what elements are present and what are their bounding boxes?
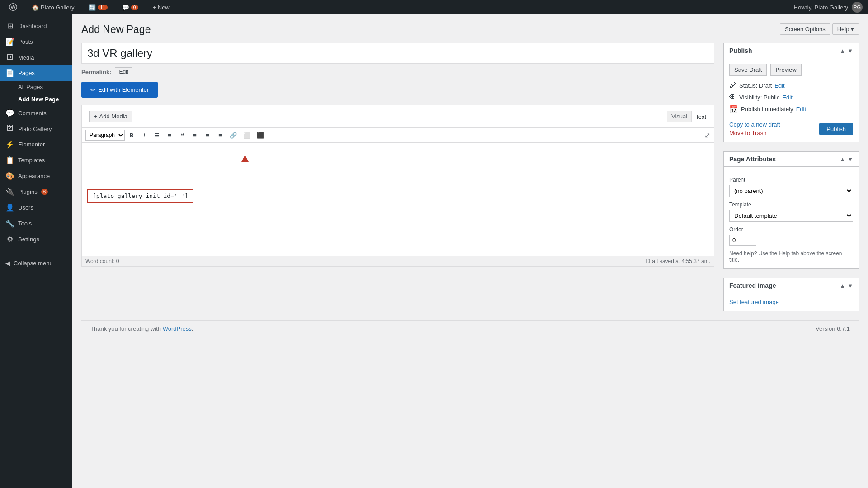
wordpress-link[interactable]: WordPress	[163, 325, 192, 332]
help-button[interactable]: Help ▾	[832, 23, 859, 35]
tools-icon: 🔧	[5, 219, 14, 228]
template-label: Template	[729, 202, 853, 208]
sidebar-item-pages[interactable]: 📄 Pages	[0, 65, 72, 81]
move-trash-link[interactable]: Move to Trash	[729, 130, 766, 136]
copy-draft-link[interactable]: Copy to a new draft	[729, 121, 780, 128]
sidebar-label-templates: Templates	[18, 157, 45, 164]
sidebar-item-elementor[interactable]: ⚡ Elementor	[0, 136, 72, 152]
featured-image-title: Featured image	[729, 282, 776, 289]
publish-button[interactable]: Publish	[819, 123, 853, 135]
bold-button[interactable]: B	[126, 130, 137, 141]
parent-label: Parent	[729, 177, 853, 183]
shortcode-block[interactable]: [plato_gallery_init id=' ']	[87, 189, 193, 203]
sidebar-label-appearance: Appearance	[18, 173, 50, 179]
set-featured-image-link[interactable]: Set featured image	[729, 299, 779, 305]
publish-time-edit-link[interactable]: Edit	[796, 106, 806, 113]
updates-icon: 🔄	[89, 4, 96, 11]
sidebar-subitem-all-pages[interactable]: All Pages	[0, 81, 72, 93]
updates-link[interactable]: 🔄 11	[85, 0, 111, 14]
page-attributes-toggle[interactable]: ▲ ▼	[840, 156, 853, 163]
ordered-list-button[interactable]: ≡	[164, 130, 175, 141]
sidebar-item-plato-gallery[interactable]: 🖼 Plato Gallery	[0, 121, 72, 136]
text-tab[interactable]: Text	[691, 111, 710, 122]
version-text: Version 6.7.1	[816, 325, 850, 332]
admin-sidebar: ⊞ Dashboard 📝 Posts 🖼 Media 📄 Pages All …	[0, 14, 72, 488]
sidebar-item-settings[interactable]: ⚙ Settings	[0, 231, 72, 247]
page-attributes-help: Need help? Use the Help tab above the sc…	[729, 250, 853, 263]
new-content-link[interactable]: + New	[149, 0, 173, 14]
expand-editor-button[interactable]: ⤢	[704, 131, 710, 140]
more-toolbar-button[interactable]: ⬛	[254, 130, 267, 141]
site-name-link[interactable]: 🏠 Plato Gallery	[28, 0, 78, 14]
status-edit-link[interactable]: Edit	[774, 82, 784, 89]
elementor-btn-label: Edit with Elementor	[98, 86, 149, 93]
admin-bar: ⓦ 🏠 Plato Gallery 🔄 11 💬 0 + New Howdy, …	[0, 0, 868, 14]
page-attributes-title: Page Attributes	[729, 155, 776, 163]
wp-logo-icon: ⓦ	[9, 2, 17, 13]
editor-view-tabs: Visual Text	[667, 111, 710, 122]
sidebar-item-dashboard[interactable]: ⊞ Dashboard	[0, 18, 72, 34]
insert-link-button[interactable]: 🔗	[227, 130, 240, 141]
insert-table-button[interactable]: ⬜	[241, 130, 253, 141]
users-icon: 👤	[5, 203, 14, 212]
sidebar-label-elementor: Elementor	[18, 141, 45, 148]
permalink-edit-button[interactable]: Edit	[115, 67, 132, 76]
order-label: Order	[729, 226, 853, 233]
page-title-input[interactable]	[81, 43, 714, 64]
publish-actions: Save Draft Preview	[729, 64, 853, 76]
status-icon: 🖊	[729, 81, 736, 89]
sidebar-item-comments[interactable]: 💬 Comments	[0, 105, 72, 121]
template-select[interactable]: Default template	[729, 210, 853, 222]
save-draft-button[interactable]: Save Draft	[729, 64, 767, 76]
collapse-menu-item[interactable]: ◀ Collapse menu	[0, 256, 72, 270]
chevron-up-icon: ▲	[840, 47, 845, 54]
add-media-icon: +	[94, 113, 98, 120]
sidebar-item-posts[interactable]: 📝 Posts	[0, 34, 72, 50]
visibility-edit-link[interactable]: Edit	[782, 94, 792, 101]
sidebar-label-users: Users	[18, 204, 33, 211]
annotation-arrow	[238, 153, 252, 202]
footer-text: Thank you for creating with WordPress.	[90, 325, 193, 332]
preview-button[interactable]: Preview	[770, 64, 801, 76]
unordered-list-button[interactable]: ☰	[151, 130, 163, 141]
sidebar-item-appearance[interactable]: 🎨 Appearance	[0, 168, 72, 184]
plugins-badge: 6	[41, 189, 48, 195]
sidebar-item-templates[interactable]: 📋 Templates	[0, 152, 72, 168]
add-media-label: Add Media	[99, 113, 127, 120]
featured-image-header[interactable]: Featured image ▲ ▼	[724, 278, 859, 293]
sidebar-label-plugins: Plugins	[18, 188, 38, 195]
featured-image-toggle[interactable]: ▲ ▼	[840, 282, 853, 289]
align-center-button[interactable]: ≡	[202, 130, 213, 141]
italic-button[interactable]: I	[138, 130, 150, 141]
sidebar-item-plugins[interactable]: 🔌 Plugins 6	[0, 184, 72, 200]
sidebar-item-users[interactable]: 👤 Users	[0, 200, 72, 216]
word-count-bar: Word count: 0 Draft saved at 4:55:37 am.	[81, 256, 714, 267]
publish-metabox-header[interactable]: Publish ▲ ▼	[724, 43, 859, 58]
attr-chevron-up-icon: ▲	[840, 156, 845, 163]
format-select[interactable]: Paragraph	[85, 130, 125, 141]
add-media-button[interactable]: + Add Media	[89, 111, 132, 122]
comments-link[interactable]: 💬 0	[118, 0, 142, 14]
blockquote-button[interactable]: ❝	[176, 130, 188, 141]
sidebar-item-tools[interactable]: 🔧 Tools	[0, 216, 72, 231]
edit-with-elementor-button[interactable]: ✏ Edit with Elementor	[81, 82, 158, 98]
visual-tab[interactable]: Visual	[667, 111, 691, 122]
screen-options-button[interactable]: Screen Options	[780, 23, 830, 35]
align-right-button[interactable]: ≡	[214, 130, 226, 141]
parent-select[interactable]: (no parent)	[729, 185, 853, 197]
sidebar-label-comments: Comments	[18, 110, 47, 117]
content-area[interactable]: [plato_gallery_init id=' ']	[82, 143, 714, 256]
posts-icon: 📝	[5, 38, 14, 46]
order-input[interactable]	[729, 235, 756, 246]
pages-icon: 📄	[5, 69, 14, 77]
page-attributes-header[interactable]: Page Attributes ▲ ▼	[724, 152, 859, 167]
permalink-label: Permalink:	[81, 69, 111, 75]
publish-metabox-toggle[interactable]: ▲ ▼	[840, 47, 853, 54]
wp-logo-link[interactable]: ⓦ	[5, 0, 21, 14]
sidebar-item-media[interactable]: 🖼 Media	[0, 50, 72, 65]
attr-chevron-down-icon: ▼	[847, 156, 853, 163]
sidebar-subitem-add-new-page[interactable]: Add New Page	[0, 93, 72, 105]
add-new-page-label: Add New Page	[18, 96, 59, 103]
sidebar-label-settings: Settings	[18, 236, 39, 243]
align-left-button[interactable]: ≡	[189, 130, 201, 141]
